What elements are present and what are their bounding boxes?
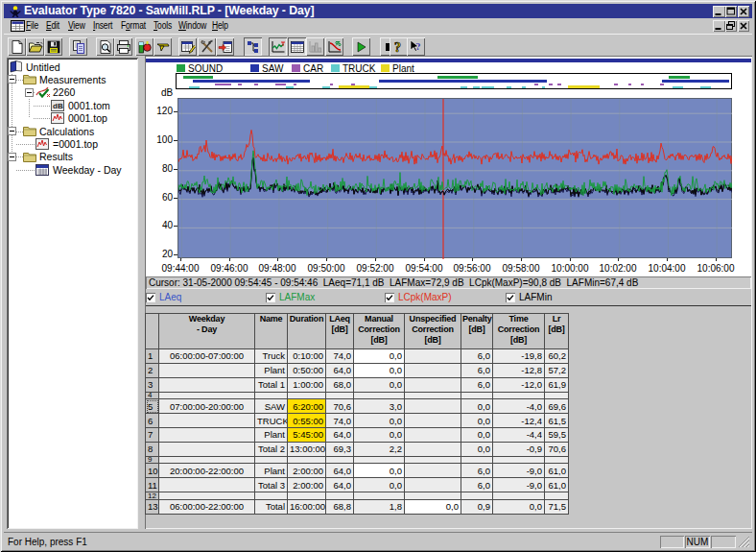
svg-text:dB: dB [53,102,63,110]
svg-text:?: ? [394,40,401,55]
